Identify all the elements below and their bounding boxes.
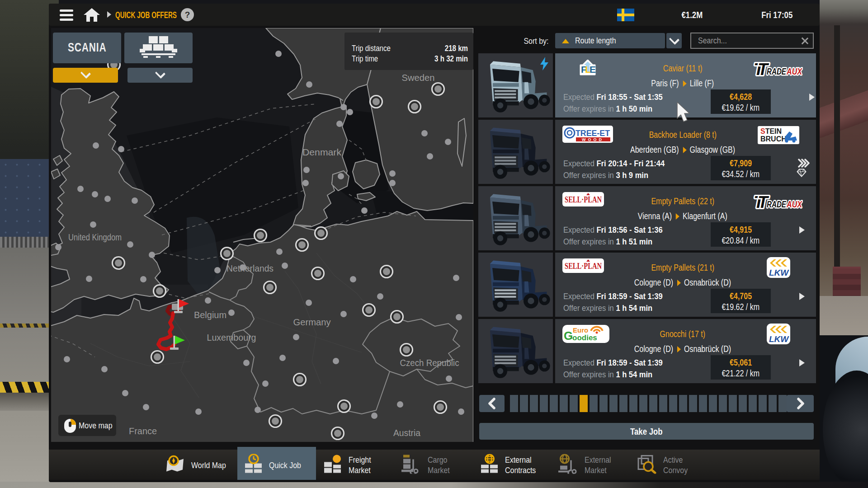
- svg-text:Austria: Austria: [393, 427, 420, 438]
- svg-text:Netherlands: Netherlands: [226, 263, 274, 273]
- svg-text:Germany: Germany: [293, 317, 331, 327]
- svg-text:Denmark: Denmark: [302, 147, 341, 157]
- svg-text:United Kingdom: United Kingdom: [68, 232, 122, 242]
- svg-text:France: France: [129, 426, 157, 436]
- svg-text:Luxembourg: Luxembourg: [207, 332, 256, 343]
- svg-text:Czech Republic: Czech Republic: [400, 357, 459, 368]
- svg-text:Belgium: Belgium: [194, 310, 226, 320]
- svg-text:Sweden: Sweden: [402, 72, 435, 83]
